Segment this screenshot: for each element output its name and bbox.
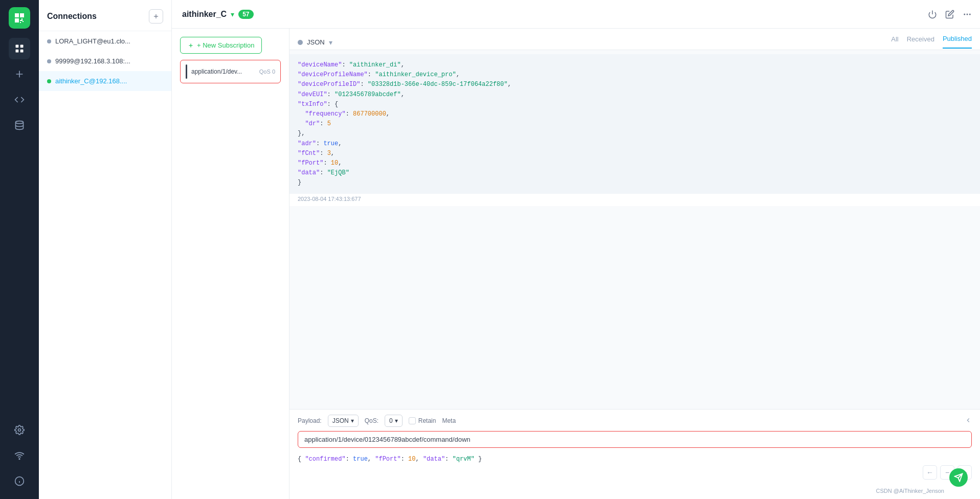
svg-point-4 <box>16 121 24 124</box>
content-area: + New Subscription application/1/dev... … <box>172 29 980 499</box>
message-list: "deviceName": "aithinker_di", "devicePro… <box>289 50 980 409</box>
json-status-dot <box>298 40 303 45</box>
main-content: aithinker_C ▾ 57 + New Subscription <box>172 0 980 499</box>
message-filter-bar: JSON ▾ All Received Published <box>289 29 980 50</box>
qos-label: QoS: <box>365 417 378 424</box>
connection-status-dot <box>47 79 51 83</box>
svg-rect-1 <box>20 45 24 48</box>
connection-item-99999[interactable]: 99999@192.168.3.108:... <box>39 51 171 71</box>
tab-all[interactable]: All <box>891 35 898 48</box>
tab-published[interactable]: Published <box>943 35 972 49</box>
message-block: "deviceName": "aithinker_di", "devicePro… <box>289 54 980 194</box>
edit-button[interactable] <box>945 10 954 19</box>
topic-input[interactable] <box>298 431 972 448</box>
connection-name: aithinker_C@192.168.... <box>55 77 127 85</box>
subscription-qos: QoS 0 <box>259 69 275 75</box>
sidebar-item-code[interactable] <box>9 89 30 110</box>
message-editor[interactable]: { "confirmed": true, "fPort": 10, "data"… <box>298 452 482 493</box>
send-button[interactable] <box>949 468 968 487</box>
message-filter-left: JSON ▾ <box>298 38 332 47</box>
top-bar-left: aithinker_C ▾ 57 <box>182 10 254 19</box>
subscriptions-panel: + New Subscription application/1/dev... … <box>172 29 289 499</box>
connection-name: LORA_LIGHT@eu1.clo... <box>55 37 130 45</box>
svg-point-5 <box>18 429 21 432</box>
logo[interactable] <box>9 7 30 29</box>
sidebar-item-connections[interactable] <box>9 38 30 59</box>
payload-format-value: JSON <box>332 417 349 424</box>
meta-button[interactable]: Meta <box>442 417 456 424</box>
connection-item-lora[interactable]: LORA_LIGHT@eu1.clo... <box>39 31 171 51</box>
sidebar-item-database[interactable] <box>9 115 30 136</box>
svg-rect-2 <box>16 50 19 53</box>
svg-rect-0 <box>16 45 19 48</box>
top-bar-right <box>928 10 972 19</box>
connection-item-aithinker[interactable]: aithinker_C@192.168.... <box>39 71 171 91</box>
active-connection-name: aithinker_C <box>182 10 227 19</box>
top-bar: aithinker_C ▾ 57 <box>172 0 980 29</box>
json-dropdown-icon[interactable]: ▾ <box>329 38 332 47</box>
connections-title: Connections <box>47 12 97 21</box>
power-button[interactable] <box>928 10 937 19</box>
subscription-item[interactable]: application/1/dev... QoS 0 <box>180 60 281 83</box>
retain-check-box[interactable] <box>409 417 416 424</box>
new-subscription-label: + New Subscription <box>197 41 254 49</box>
sidebar-item-add[interactable] <box>9 63 30 85</box>
connections-panel: Connections LORA_LIGHT@eu1.clo... 99999@… <box>39 0 172 499</box>
qos-select[interactable]: 0 ▾ <box>385 415 403 427</box>
expand-icon[interactable] <box>965 417 972 425</box>
payload-label: Payload: <box>298 417 322 424</box>
qos-value: 0 <box>389 417 393 424</box>
json-format-label: JSON <box>307 38 325 46</box>
retain-label: Retain <box>418 417 436 424</box>
svg-point-15 <box>969 13 971 15</box>
message-filter-tabs: All Received Published <box>891 35 972 50</box>
sidebar-item-settings[interactable] <box>9 419 30 441</box>
sidebar <box>0 0 39 499</box>
more-options-button[interactable] <box>963 10 972 19</box>
prev-message-button[interactable]: ← <box>923 465 937 480</box>
sidebar-item-broadcast[interactable] <box>9 445 30 466</box>
tab-received[interactable]: Received <box>907 35 934 48</box>
connection-status-dot <box>47 39 51 43</box>
message-count-badge: 57 <box>238 10 253 19</box>
payload-format-select[interactable]: JSON ▾ <box>328 415 359 427</box>
sidebar-item-info[interactable] <box>9 470 30 492</box>
message-json-content: "deviceName": "aithinker_di", "devicePro… <box>298 60 972 188</box>
svg-point-6 <box>19 459 20 460</box>
connection-name: 99999@192.168.3.108:... <box>55 57 130 65</box>
add-connection-button[interactable] <box>149 9 163 24</box>
publish-controls: Payload: JSON ▾ QoS: 0 ▾ Retain Meta <box>298 415 972 427</box>
svg-rect-3 <box>20 50 24 53</box>
publish-bottom: { "confirmed": true, "fPort": 10, "data"… <box>298 452 972 493</box>
connections-header: Connections <box>39 0 171 31</box>
svg-point-14 <box>967 13 968 15</box>
messages-panel: JSON ▾ All Received Published "deviceNam… <box>289 29 980 499</box>
payload-format-chevron: ▾ <box>351 417 354 424</box>
message-timestamp: 2023-08-04 17:43:13:677 <box>289 194 980 206</box>
new-subscription-button[interactable]: + New Subscription <box>180 37 262 54</box>
subscription-topic: application/1/dev... <box>191 68 255 75</box>
connection-status-dot <box>47 59 51 63</box>
watermark: CSDN @AiThinker_Jenson <box>876 488 944 494</box>
publish-panel: Payload: JSON ▾ QoS: 0 ▾ Retain Meta <box>289 409 980 499</box>
retain-checkbox[interactable]: Retain <box>409 417 436 424</box>
chevron-down-icon[interactable]: ▾ <box>231 10 234 18</box>
subscription-indicator <box>186 64 187 79</box>
qos-chevron: ▾ <box>395 417 398 424</box>
svg-point-13 <box>964 13 965 15</box>
